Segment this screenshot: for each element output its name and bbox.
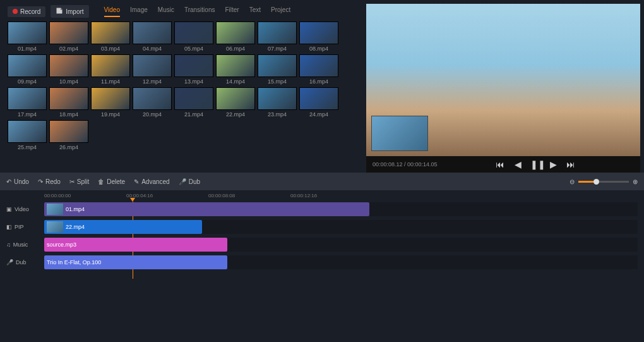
record-button[interactable]: Record [8,6,45,17]
tab-transitions[interactable]: Transitions [184,6,215,17]
pip-track-row: ◧ PIP 22.mp4 [6,219,638,235]
media-thumb [49,87,88,110]
pip-clip[interactable]: 22.mp4 [44,220,202,234]
media-item[interactable]: 02.mp4 [49,21,88,52]
dub-clip[interactable]: Trio In E-Flat, Op.100 [44,255,227,269]
preview-timecode: 00:00:08.12 / 00:00:14.05 [373,161,438,168]
media-item[interactable]: 18.mp4 [49,87,88,118]
media-item[interactable]: 12.mp4 [133,54,172,85]
media-item[interactable]: 11.mp4 [91,54,130,85]
media-item[interactable]: 16.mp4 [299,54,338,85]
tab-filter[interactable]: Filter [225,6,239,17]
media-thumb [8,87,47,110]
zoom-in-icon[interactable]: ⊕ [633,178,638,185]
tab-video[interactable]: Video [104,6,120,17]
media-thumb [258,54,297,77]
split-button[interactable]: ✂ Split [69,178,89,185]
media-grid: 01.mp402.mp403.mp404.mp405.mp406.mp407.m… [8,21,359,150]
tab-music[interactable]: Music [158,6,174,17]
media-label: 18.mp4 [59,111,78,118]
media-item[interactable]: 06.mp4 [216,21,255,52]
tab-project[interactable]: Project [271,6,290,17]
media-item[interactable]: 08.mp4 [299,21,338,52]
pause-icon[interactable]: ❚❚ [530,159,540,169]
dub-track-body[interactable]: Trio In E-Flat, Op.100 [44,255,638,269]
media-label: 08.mp4 [309,46,328,52]
media-item[interactable]: 01.mp4 [8,21,47,52]
record-label: Record [20,8,40,15]
current-time: 00:00:08.12 [373,161,403,168]
media-item[interactable]: 14.mp4 [216,54,255,85]
media-thumb [49,21,88,44]
media-label: 07.mp4 [268,46,287,52]
media-label: 16.mp4 [309,78,328,85]
media-item[interactable]: 13.mp4 [174,54,213,85]
skip-back-icon[interactable]: ⏮ [495,159,505,169]
media-thumb [91,87,130,110]
zoom-handle[interactable] [593,179,599,185]
media-item[interactable]: 21.mp4 [174,87,213,118]
delete-button[interactable]: 🗑 Delete [98,178,125,185]
dub-label: Dub [189,178,200,185]
media-label: 22.mp4 [226,111,245,118]
skip-forward-icon[interactable]: ⏭ [566,159,576,169]
video-clip[interactable]: 01.mp4 [44,202,369,216]
undo-button[interactable]: ↶ Undo [6,178,29,185]
step-back-icon[interactable]: ◀ [513,159,523,169]
media-thumb [49,54,88,77]
redo-icon: ↷ [38,178,43,185]
media-item[interactable]: 25.mp4 [8,120,47,150]
music-track-label: Music [13,241,28,248]
media-label: 15.mp4 [268,78,287,85]
media-item[interactable]: 09.mp4 [8,54,47,85]
video-track-body[interactable]: 01.mp4 [44,202,638,216]
media-item[interactable]: 04.mp4 [133,21,172,52]
media-label: 20.mp4 [143,111,162,118]
media-item[interactable]: 20.mp4 [133,87,172,118]
media-thumb [216,54,255,77]
video-track-head[interactable]: ▣ Video [6,206,44,212]
zoom-out-icon[interactable]: ⊖ [569,178,575,185]
dub-track-head[interactable]: 🎤 Dub [6,259,44,266]
media-label: 02.mp4 [59,46,78,52]
media-item[interactable]: 15.mp4 [258,54,297,85]
step-forward-icon[interactable]: ▶ [548,159,558,169]
media-item[interactable]: 23.mp4 [258,87,297,118]
media-item[interactable]: 22.mp4 [216,87,255,118]
zoom-slider[interactable] [578,181,629,183]
tab-image[interactable]: Image [130,6,148,17]
pip-track-label: PIP [15,224,24,230]
pip-track-body[interactable]: 22.mp4 [44,220,638,234]
redo-button[interactable]: ↷ Redo [38,178,61,185]
import-icon [56,7,63,16]
media-item[interactable]: 07.mp4 [258,21,297,52]
preview-video[interactable] [366,4,640,156]
scissors-icon: ✂ [69,178,75,185]
advanced-button[interactable]: ✎ Advanced [134,178,169,185]
media-thumb [258,21,297,44]
media-item[interactable]: 03.mp4 [91,21,130,52]
media-item[interactable]: 24.mp4 [299,87,338,118]
media-item[interactable]: 10.mp4 [49,54,88,85]
media-thumb [133,54,172,77]
media-item[interactable]: 17.mp4 [8,87,47,118]
pip-track-head[interactable]: ◧ PIP [6,224,44,230]
media-item[interactable]: 05.mp4 [174,21,213,52]
media-thumb [174,87,213,110]
preview-pip-overlay [371,116,428,151]
media-label: 01.mp4 [18,46,37,52]
music-track-body[interactable]: source.mp3 [44,238,638,252]
media-thumb [299,87,338,110]
import-button[interactable]: Import [51,5,88,18]
dub-button[interactable]: 🎤 Dub [179,178,200,185]
media-thumb [174,21,213,44]
media-label: 12.mp4 [143,78,162,85]
media-thumb [91,54,130,77]
music-track-head[interactable]: ♫ Music [6,241,44,248]
media-item[interactable]: 19.mp4 [91,87,130,118]
tab-text[interactable]: Text [249,6,261,17]
media-item[interactable]: 26.mp4 [49,120,88,150]
music-clip[interactable]: source.mp3 [44,238,227,252]
video-track-label: Video [15,206,29,212]
clip-name: Trio In E-Flat, Op.100 [47,259,101,266]
